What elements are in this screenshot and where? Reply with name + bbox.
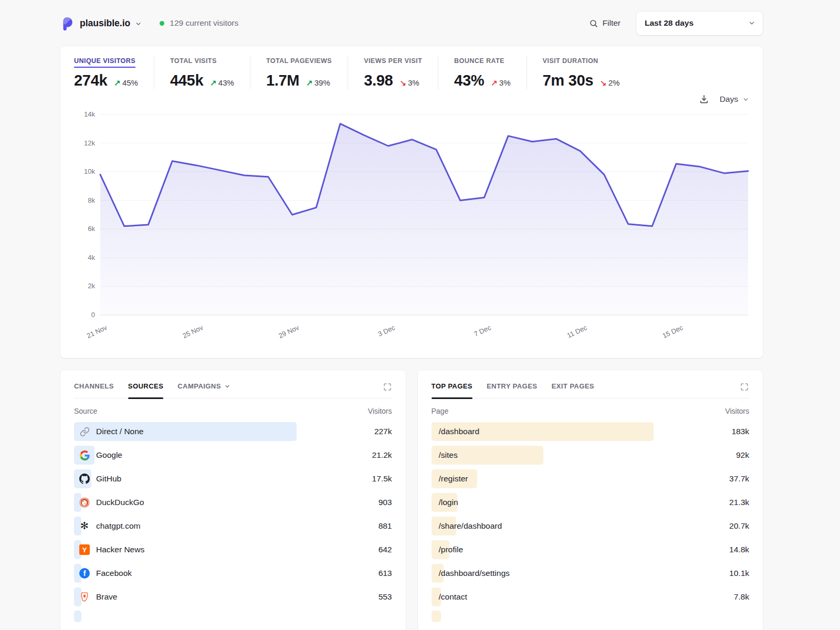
column-source: Source [74,407,97,415]
svg-text:2k: 2k [88,282,95,290]
tab-label: SOURCES [128,382,163,390]
date-range-value: Last 28 days [645,18,694,28]
source-row[interactable]: DuckDuckGo 903 [74,491,392,514]
export-button[interactable] [699,94,709,104]
stat-label: TOTAL PAGEVIEWS [266,57,332,68]
stat-label: VIEWS PER VISIT [364,57,422,68]
source-row[interactable]: f Facebook 613 [74,562,392,585]
column-visitors: Visitors [725,407,749,415]
tab-label: CHANNELS [74,382,114,390]
source-row[interactable]: Google 21.2k [74,444,392,467]
page-row[interactable]: /dashboard 183k [432,420,750,443]
row-label: /dashboard/settings [439,569,510,578]
row-label: /dashboard [439,427,480,436]
filter-button[interactable]: Filter [589,18,621,28]
row-value: 613 [379,569,392,578]
source-row[interactable]: Direct / None 227k [74,420,392,443]
row-value: 183k [731,427,749,436]
trend-up-icon: ↗ [114,78,121,87]
tab-exit-pages[interactable]: EXIT PAGES [551,380,594,398]
current-visitors-label: 129 current visitors [170,18,238,28]
stat-value: 274k [74,72,107,89]
row-label: Brave [96,592,118,602]
stat-value: 43% [454,72,484,89]
pages-tabs-row: TOP PAGES ENTRY PAGES EXIT PAGES [432,380,750,398]
column-visitors: Visitors [368,407,392,415]
row-label: /sites [439,450,458,460]
tab-sources[interactable]: SOURCES [128,380,163,398]
hackernews-icon: Y [79,544,90,555]
top-bar: plausible.io 129 current visitors Filter… [60,0,763,46]
tab-entry-pages[interactable]: ENTRY PAGES [487,380,537,398]
expand-button[interactable] [383,380,392,394]
duckduckgo-icon [79,497,90,508]
interval-value: Days [720,94,738,104]
visitors-card: UNIQUE VISITORS 274k ↗45% TOTAL VISITS 4… [60,46,763,358]
row-label: Hacker News [96,545,144,554]
date-range-select[interactable]: Last 28 days [636,12,763,35]
row-label: Facebook [96,569,132,578]
stat-visit-duration[interactable]: VISIT DURATION 7m 30s ↘2% [527,56,636,89]
tab-label: CAMPAIGNS [177,382,221,390]
expand-button[interactable] [740,380,749,394]
svg-text:3 Dec: 3 Dec [377,323,397,338]
page-row[interactable]: /share/dashboard 20.7k [432,514,750,538]
source-row[interactable]: Brave 553 [74,585,392,608]
svg-text:12k: 12k [84,139,95,147]
row-value: 21.3k [729,498,749,507]
svg-text:10k: 10k [84,167,95,175]
stat-total-visits[interactable]: TOTAL VISITS 445k ↗43% [154,56,250,89]
site-switcher[interactable]: plausible.io [80,18,142,29]
link-icon [79,426,90,437]
chevron-down-icon [224,383,230,390]
tab-channels[interactable]: CHANNELS [74,380,114,398]
stat-value: 3.98 [364,72,393,89]
source-row[interactable]: GitHub 17.5k [74,467,392,490]
page-row[interactable]: /contact 7.8k [432,585,750,608]
stat-value: 7m 30s [543,72,594,89]
stat-unique-visitors[interactable]: UNIQUE VISITORS 274k ↗45% [74,56,154,89]
current-visitors: 129 current visitors [160,18,238,28]
visitors-chart[interactable]: 02k4k6k8k10k12k14k 21 Nov25 Nov29 Nov3 D… [74,108,749,353]
row-value: 553 [379,592,392,602]
trend-down-icon: ↘ [400,78,406,87]
tab-campaigns[interactable]: CAMPAIGNS [177,380,230,398]
stat-bounce-rate[interactable]: BOUNCE RATE 43% ↗3% [438,56,526,89]
page-row[interactable]: /dashboard/settings 10.1k [432,562,750,585]
chevron-down-icon [748,19,755,27]
stat-delta: ↘3% [400,78,419,88]
expand-icon [383,382,392,392]
svg-text:7 Dec: 7 Dec [472,323,492,338]
stat-delta: ↗45% [114,78,138,88]
visitors-area-chart[interactable]: 02k4k6k8k10k12k14k 21 Nov25 Nov29 Nov3 D… [74,108,749,351]
sources-panel: CHANNELS SOURCES CAMPAIGNS Source Visito… [60,370,406,630]
filter-label: Filter [603,18,621,28]
interval-select[interactable]: Days [720,94,749,104]
chevron-down-icon [135,20,142,27]
pages-column-headers: Page Visitors [432,407,750,415]
row-value: 92k [736,450,749,460]
sources-column-headers: Source Visitors [74,407,392,415]
row-value: 17.5k [372,474,392,484]
page-row[interactable]: /login 21.3k [432,491,750,514]
source-row[interactable]: ✻ chatgpt.com 881 [74,514,392,538]
stat-delta: ↗39% [306,78,330,88]
page-row[interactable]: /sites 92k [432,444,750,467]
tab-top-pages[interactable]: TOP PAGES [432,380,472,398]
stat-total-pageviews[interactable]: TOTAL PAGEVIEWS 1.7M ↗39% [250,56,348,89]
row-label: DuckDuckGo [96,498,144,507]
site-name: plausible.io [80,18,130,29]
svg-text:8k: 8k [88,196,95,204]
bottom-panels: CHANNELS SOURCES CAMPAIGNS Source Visito… [60,370,763,630]
plausible-logo-icon [60,16,75,30]
source-row[interactable]: Y Hacker News 642 [74,538,392,561]
stat-views-per-visit[interactable]: VIEWS PER VISIT 3.98 ↘3% [348,56,438,89]
trend-up-icon: ↗ [491,78,498,87]
row-value: 7.8k [734,592,749,602]
download-icon [699,94,709,104]
page-row[interactable]: /register 37.7k [432,467,750,490]
live-dot-icon [160,21,164,26]
page-row[interactable]: /profile 14.8k [432,538,750,561]
github-icon [79,474,90,484]
search-icon [589,19,598,28]
